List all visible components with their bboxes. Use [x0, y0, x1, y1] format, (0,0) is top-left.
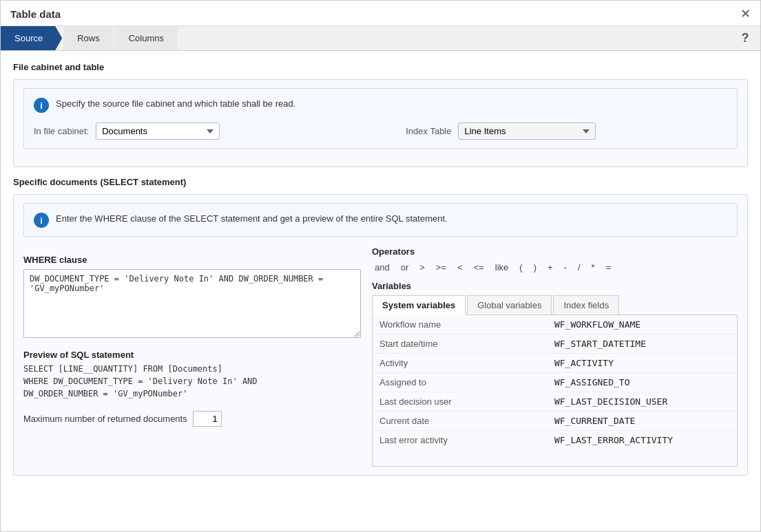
operator-btn-+[interactable]: + [545, 261, 556, 274]
file-cabinet-box: i Specify the source file cabinet and wh… [13, 79, 748, 167]
tab-source[interactable]: Source [1, 26, 62, 50]
index-table-select[interactable]: Line Items [458, 123, 596, 140]
preview-title: Preview of SQL statement [23, 350, 361, 360]
help-button[interactable]: ? [730, 26, 760, 50]
operator-btn-([interactable]: ( [517, 261, 525, 274]
operator-btn-)[interactable]: ) [531, 261, 539, 274]
operator-btn-<=[interactable]: <= [471, 261, 487, 274]
variable-table-container: Workflow nameWF_WORKFLOW_NAMEStart date/… [372, 315, 738, 467]
content-area: File cabinet and table i Specify the sou… [1, 51, 760, 487]
table-row[interactable]: Last decision userWF_LAST_DECISION_USER [373, 392, 737, 412]
select-info-icon: i [34, 213, 49, 228]
file-cabinet-select[interactable]: Documents [96, 123, 220, 140]
var-name: Assigned to [373, 373, 548, 392]
var-tab-system[interactable]: System variables [372, 295, 466, 315]
operators-row: andor>>=<<=like()+-/*= [372, 261, 738, 274]
var-name: Last decision user [373, 392, 548, 412]
variable-table: Workflow nameWF_WORKFLOW_NAMEStart date/… [373, 315, 737, 449]
operator-btn->=[interactable]: >= [433, 261, 449, 274]
operator-btn-or[interactable]: or [398, 261, 412, 274]
where-clause-label: WHERE clause [23, 255, 361, 265]
table-row[interactable]: Current dateWF_CURRENT_DATE [373, 412, 737, 431]
operator-btn--[interactable]: - [561, 261, 570, 274]
file-cabinet-form-row: In file cabinet: Documents Index Table L… [34, 123, 727, 140]
table-row[interactable]: Start date/timeWF_START_DATETIME [373, 334, 737, 354]
table-row[interactable]: Workflow nameWF_WORKFLOW_NAME [373, 315, 737, 334]
tab-columns[interactable]: Columns [115, 26, 178, 50]
var-tab-index[interactable]: Index fields [553, 295, 619, 315]
file-cabinet-info-box: i Specify the source file cabinet and wh… [23, 88, 738, 149]
var-name: Activity [373, 354, 548, 373]
table-row[interactable]: Last error activityWF_LAST_ERROR_ACTIVIT… [373, 431, 737, 450]
var-name: Last error activity [373, 431, 548, 450]
dialog-title: Table data [10, 8, 61, 20]
operator-btn->[interactable]: > [417, 261, 428, 274]
dialog-header: Table data ✕ [1, 1, 760, 26]
in-file-cabinet-label: In file cabinet: [34, 126, 89, 136]
close-button[interactable]: ✕ [740, 8, 751, 20]
select-section: Specific documents (SELECT statement) i … [13, 177, 748, 476]
operators-label: Operators [372, 246, 738, 257]
right-column: Operators andor>>=<<=like()+-/*= Variabl… [372, 246, 738, 467]
max-docs-row: Maximum number of returned documents [23, 411, 361, 427]
dialog: Table data ✕ Source Rows Columns ? File … [0, 0, 761, 532]
tab-rows[interactable]: Rows [63, 26, 114, 50]
var-value: WF_LAST_ERROR_ACTIVITY [548, 431, 737, 450]
preview-line-2: WHERE DW_DOCUMENT_TYPE = 'Delivery Note … [23, 375, 361, 387]
max-docs-input[interactable] [193, 411, 222, 427]
table-row[interactable]: Assigned toWF_ASSIGNED_TO [373, 373, 737, 392]
operator-btn-/[interactable]: / [575, 261, 583, 274]
max-docs-label: Maximum number of returned documents [23, 414, 187, 424]
var-value: WF_START_DATETIME [548, 334, 737, 354]
preview-line-3: DW_ORDER_NUMBER = 'GV_myPONumber' [23, 387, 361, 400]
operator-btn-and[interactable]: and [372, 261, 393, 274]
two-col-layout: WHERE clause Preview of SQL statement SE… [23, 246, 738, 467]
operator-btn-<[interactable]: < [455, 261, 466, 274]
operator-btn-*[interactable]: * [589, 261, 598, 274]
preview-line-1: SELECT [LINE__QUANTITY] FROM [Documents] [23, 363, 361, 375]
where-clause-textarea[interactable] [23, 269, 361, 338]
variable-tabs: System variables Global variables Index … [372, 295, 738, 315]
var-name: Start date/time [373, 334, 548, 354]
var-name: Workflow name [373, 315, 548, 334]
select-section-box: i Enter the WHERE clause of the SELECT s… [13, 194, 748, 476]
file-cabinet-section-title: File cabinet and table [13, 62, 748, 72]
operator-btn-like[interactable]: like [492, 261, 512, 274]
variables-label: Variables [372, 281, 738, 291]
info-row: i Specify the source file cabinet and wh… [34, 97, 727, 113]
var-name: Current date [373, 412, 548, 431]
var-tab-global[interactable]: Global variables [467, 295, 552, 315]
var-value: WF_LAST_DECISION_USER [548, 392, 737, 412]
var-value: WF_WORKFLOW_NAME [548, 315, 737, 334]
index-table-label: Index Table [406, 126, 451, 136]
operator-btn-=[interactable]: = [603, 261, 614, 274]
info-icon: i [34, 98, 49, 113]
preview-text: SELECT [LINE__QUANTITY] FROM [Documents]… [23, 363, 361, 400]
left-column: WHERE clause Preview of SQL statement SE… [23, 246, 361, 467]
var-value: WF_CURRENT_DATE [548, 412, 737, 431]
file-cabinet-info-text: Specify the source file cabinet and whic… [56, 97, 295, 109]
select-info-text: Enter the WHERE clause of the SELECT sta… [56, 212, 448, 224]
tab-bar: Source Rows Columns ? [1, 26, 760, 51]
select-section-title: Specific documents (SELECT statement) [13, 177, 748, 187]
tab-spacer [178, 26, 730, 50]
select-info-row: i Enter the WHERE clause of the SELECT s… [34, 212, 727, 228]
var-value: WF_ACTIVITY [548, 354, 737, 373]
table-row[interactable]: ActivityWF_ACTIVITY [373, 354, 737, 373]
var-value: WF_ASSIGNED_TO [548, 373, 737, 392]
select-info-box: i Enter the WHERE clause of the SELECT s… [23, 203, 738, 237]
